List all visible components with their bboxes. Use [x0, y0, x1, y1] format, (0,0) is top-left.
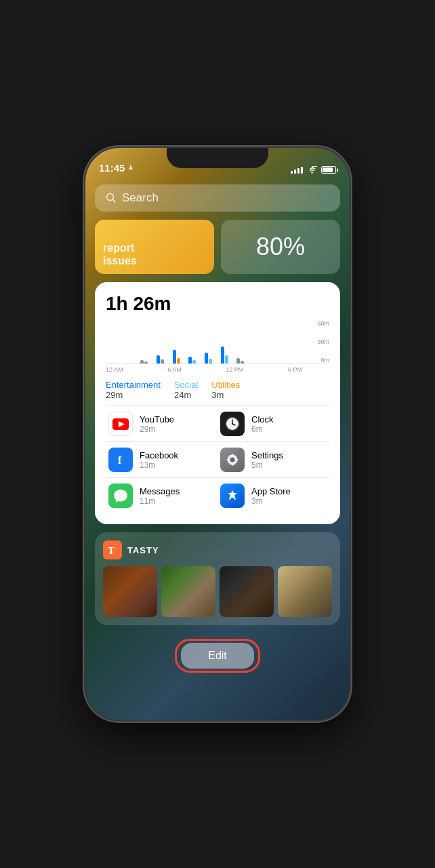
facebook-icon: f [108, 448, 133, 472]
svg-point-12 [230, 458, 235, 462]
app-list: YouTube 29m [106, 406, 329, 513]
category-entertainment: Entertainment 29m [106, 380, 161, 400]
bar-group-4 [157, 355, 171, 363]
bar-group-8 [221, 347, 236, 363]
bar [157, 355, 160, 363]
bar-group-3 [140, 360, 155, 363]
issues-widget[interactable]: report issues [95, 220, 214, 274]
y-label-0: 0m [320, 357, 329, 363]
app-item-appstore[interactable]: App Store 3m [218, 477, 329, 513]
signal-bar-2 [294, 170, 296, 174]
x-label-6am: 6 AM [167, 366, 182, 373]
svg-text:T: T [108, 545, 115, 556]
app-item-messages[interactable]: Messages 11m [106, 477, 218, 513]
app-name-appstore: App Store [251, 486, 291, 496]
screen-time-widget[interactable]: 1h 26m 60m 30m 0m [95, 282, 340, 524]
app-item-settings[interactable]: Settings 5m [218, 441, 329, 477]
bar [173, 350, 176, 363]
screen-time-total: 1h 26m [106, 293, 329, 315]
bar-group-6 [188, 357, 203, 363]
edit-button-ring: Edit [175, 639, 260, 673]
food-image-2 [161, 566, 215, 617]
app-info-appstore: App Store 3m [251, 486, 291, 506]
notch [167, 148, 268, 168]
bar [192, 360, 196, 363]
app-info-youtube: YouTube 29m [140, 414, 174, 434]
svg-marker-0 [129, 165, 133, 170]
category-utilities-time: 3m [211, 390, 240, 400]
edit-button-container: Edit [95, 633, 340, 675]
app-time-clock: 6m [251, 425, 274, 434]
battery-icon [321, 166, 336, 174]
category-entertainment-name: Entertainment [106, 380, 161, 390]
status-time: 11:45 [99, 162, 134, 174]
app-info-settings: Settings 5m [251, 450, 283, 470]
app-item-clock[interactable]: Clock 6m [218, 406, 329, 441]
bar [225, 355, 228, 363]
search-text: Search [122, 191, 159, 205]
bar [140, 360, 144, 363]
app-name-messages: Messages [140, 486, 180, 496]
category-social-time: 24m [174, 390, 198, 400]
bar [205, 353, 208, 363]
edit-button[interactable]: Edit [181, 643, 254, 669]
category-social-name: Social [174, 380, 198, 390]
bar-group-5 [173, 350, 188, 363]
signal-bar-1 [291, 171, 293, 174]
status-icons [291, 166, 336, 174]
svg-point-1 [311, 172, 312, 173]
app-name-clock: Clock [251, 414, 274, 425]
app-name-facebook: Facebook [140, 450, 178, 460]
time-display: 11:45 [99, 162, 125, 174]
chart-bars [106, 320, 302, 363]
settings-logo [225, 452, 240, 467]
app-time-settings: 5m [251, 460, 283, 470]
category-social: Social 24m [174, 380, 198, 400]
tasty-widget[interactable]: T TASTY [95, 532, 340, 625]
location-icon [127, 165, 134, 172]
battery-widget[interactable]: 80% [221, 220, 340, 274]
chart-x-labels: 12 AM 6 AM 12 PM 6 PM [106, 364, 329, 373]
issues-line1: report [103, 241, 206, 254]
tasty-images [103, 566, 332, 617]
battery-fill [323, 167, 333, 172]
category-utilities: Utilities 3m [211, 380, 240, 400]
screen-time-chart: 60m 30m 0m [106, 320, 329, 374]
app-time-appstore: 3m [251, 496, 291, 506]
category-entertainment-time: 29m [106, 390, 161, 400]
food-image-4 [278, 566, 332, 617]
phone-frame: 11:45 [85, 148, 350, 720]
youtube-icon [108, 412, 133, 436]
battery-value: 80% [256, 233, 305, 261]
svg-line-3 [113, 200, 116, 203]
x-label-12am: 12 AM [106, 366, 123, 373]
bar [161, 359, 164, 363]
app-item-youtube[interactable]: YouTube 29m [106, 406, 218, 441]
bar [177, 358, 180, 363]
appstore-logo [225, 488, 240, 503]
search-bar[interactable]: Search [95, 184, 340, 212]
y-label-30: 30m [317, 338, 329, 345]
app-name-settings: Settings [251, 450, 283, 460]
phone-screen: 11:45 [85, 148, 350, 720]
categories-row: Entertainment 29m Social 24m Utilities 3… [106, 380, 329, 400]
app-name-youtube: YouTube [140, 414, 174, 425]
settings-icon [220, 448, 245, 472]
bar [221, 347, 224, 363]
tasty-title: TASTY [127, 545, 159, 555]
app-info-messages: Messages 11m [140, 486, 180, 506]
svg-text:f: f [118, 454, 122, 466]
appstore-icon [220, 484, 245, 508]
app-item-facebook[interactable]: f Facebook 13m [106, 441, 218, 477]
bar [188, 357, 192, 363]
search-icon [106, 193, 117, 203]
youtube-logo [112, 418, 129, 430]
content-area: Search report issues 80% 1h 26m [85, 178, 350, 720]
tasty-header: T TASTY [103, 540, 332, 559]
category-utilities-name: Utilities [211, 380, 240, 390]
bar [144, 361, 148, 363]
messages-icon [108, 484, 133, 508]
x-label-12pm: 12 PM [226, 366, 243, 373]
bar [241, 361, 244, 363]
app-info-facebook: Facebook 13m [140, 450, 178, 470]
